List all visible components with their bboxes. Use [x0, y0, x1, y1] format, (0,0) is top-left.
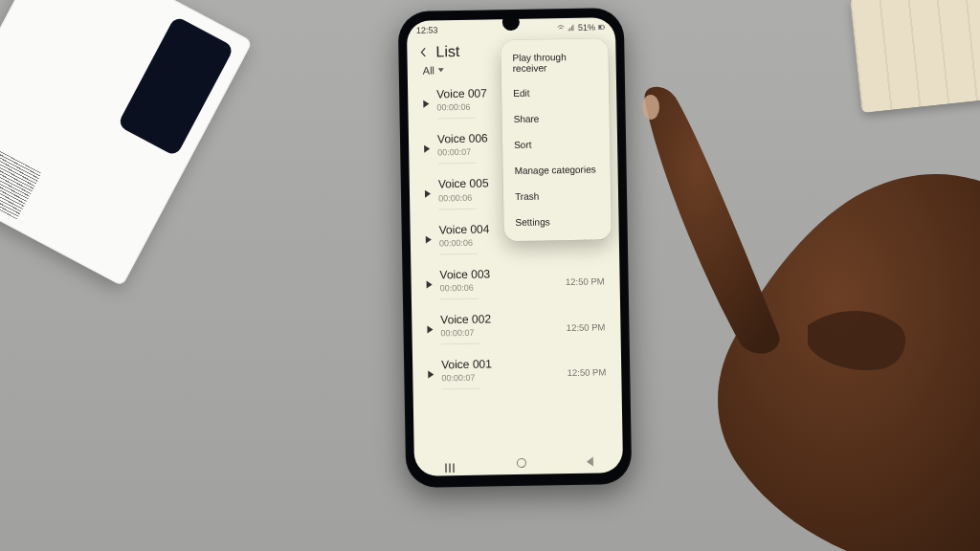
menu-share[interactable]: Share: [501, 104, 609, 132]
nav-home-icon[interactable]: [516, 458, 525, 468]
menu-settings[interactable]: Settings: [503, 208, 611, 235]
play-icon[interactable]: [424, 145, 430, 153]
list-item[interactable]: Voice 002 00:00:07 12:50 PM: [417, 304, 615, 353]
filter-label: All: [423, 64, 434, 76]
menu-play-through-receiver[interactable]: Play through receiver: [501, 44, 609, 80]
recording-time: 12:50 PM: [566, 276, 605, 288]
status-time: 12:53: [416, 25, 438, 34]
menu-trash[interactable]: Trash: [503, 182, 611, 209]
play-icon[interactable]: [426, 235, 432, 243]
signal-icon: [568, 24, 575, 32]
recording-duration: 00:00:07: [440, 326, 559, 344]
battery-icon: [598, 23, 606, 31]
play-icon[interactable]: [423, 100, 429, 108]
status-battery: 51%: [578, 22, 595, 32]
nav-recents-icon[interactable]: [444, 463, 456, 465]
play-icon[interactable]: [427, 326, 433, 334]
list-item[interactable]: Voice 003 00:00:06 12:50 PM: [416, 259, 614, 308]
status-right: 51%: [557, 22, 606, 33]
recording-duration: 00:00:06: [440, 281, 559, 299]
page-title: List: [435, 43, 459, 60]
play-icon[interactable]: [425, 190, 431, 198]
recording-title: Voice 002: [440, 312, 559, 326]
list-item[interactable]: Voice 001 00:00:07 12:50 PM: [418, 349, 616, 398]
recording-duration: 00:00:07: [441, 372, 560, 390]
menu-edit[interactable]: Edit: [501, 78, 609, 106]
system-nav-bar: [414, 450, 623, 476]
phone-frame: 12:53 51% List All Voice 007 00:00:06: [398, 8, 633, 488]
overflow-menu: Play through receiver Edit Share Sort Ma…: [501, 38, 612, 241]
svg-rect-1: [604, 27, 605, 28]
recording-title: Voice 003: [439, 267, 558, 281]
wifi-icon: [557, 24, 565, 32]
menu-sort[interactable]: Sort: [502, 130, 610, 158]
back-icon[interactable]: [418, 48, 428, 57]
wooden-object: [850, 0, 980, 113]
chevron-down-icon: [438, 68, 444, 72]
recording-time: 12:50 PM: [567, 321, 606, 333]
play-icon[interactable]: [427, 280, 433, 288]
menu-manage-categories[interactable]: Manage categories: [502, 156, 610, 184]
box-barcodes: [0, 133, 42, 220]
recording-time: 12:50 PM: [568, 366, 607, 378]
screen: 12:53 51% List All Voice 007 00:00:06: [407, 17, 623, 476]
nav-back-icon[interactable]: [586, 457, 592, 467]
svg-rect-2: [599, 26, 602, 29]
play-icon[interactable]: [428, 371, 434, 379]
recording-title: Voice 001: [441, 357, 560, 371]
